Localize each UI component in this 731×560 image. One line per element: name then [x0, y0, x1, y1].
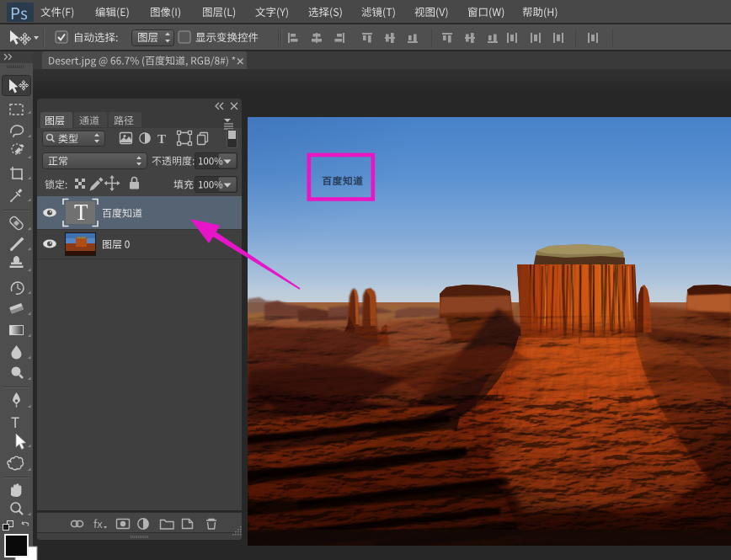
svg-text:T: T [74, 200, 88, 225]
svg-text:T: T [157, 132, 166, 146]
